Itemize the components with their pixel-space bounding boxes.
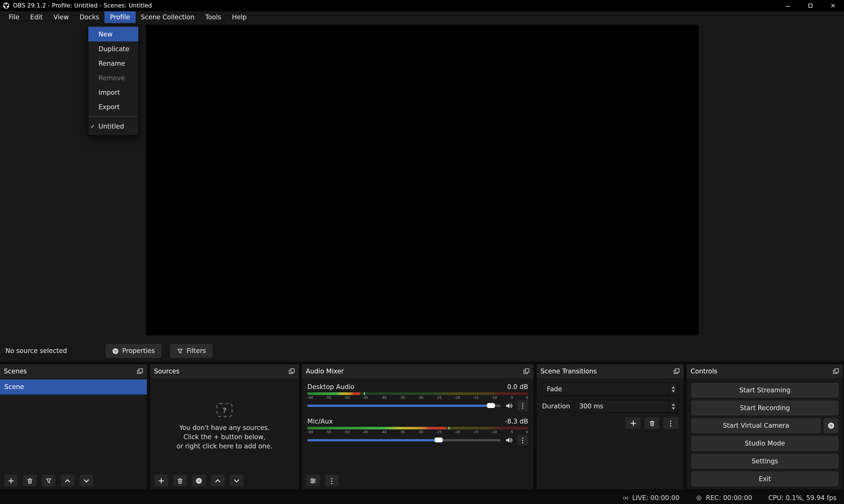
- scenes-dock: Scenes Scene: [0, 364, 147, 489]
- add-scene-button[interactable]: [4, 474, 18, 486]
- db-scale: -60-55-50-45-40-35-30-25-20-15-10-50: [307, 430, 528, 435]
- system-stats: CPU: 0.1%, 59.94 fps: [768, 494, 837, 502]
- controls-popout-button[interactable]: [833, 368, 839, 375]
- menubar: File Edit View Docks Profile Scene Colle…: [0, 11, 844, 23]
- minimize-button[interactable]: [776, 0, 799, 11]
- filters-button[interactable]: Filters: [170, 344, 212, 358]
- profile-menu-duplicate[interactable]: Duplicate: [88, 41, 139, 56]
- source-properties-button[interactable]: [192, 474, 205, 486]
- docks-row: Scenes Scene Sources: [0, 362, 844, 491]
- profile-menu-import[interactable]: Import: [88, 85, 139, 100]
- remove-transition-button[interactable]: [644, 417, 660, 429]
- trash-icon: [648, 419, 656, 427]
- filter-icon: [176, 347, 183, 354]
- duration-spinbox[interactable]: 300 ms: [574, 400, 678, 413]
- scenes-dock-body: Scene: [0, 378, 147, 489]
- start-virtual-camera-button[interactable]: Start Virtual Camera: [691, 418, 821, 433]
- popout-icon: [674, 368, 680, 375]
- transitions-body: Fade Duration 300 ms: [537, 378, 683, 489]
- slider-handle[interactable]: [435, 438, 443, 443]
- start-streaming-button[interactable]: Start Streaming: [691, 383, 839, 398]
- window-controls: [776, 0, 844, 11]
- duration-spinner[interactable]: [668, 400, 678, 412]
- volume-slider[interactable]: [307, 401, 501, 411]
- move-source-down-button[interactable]: [230, 474, 243, 486]
- statusbar: LIVE: 00:00:00 REC: 00:00:00 CPU: 0.1%, …: [0, 491, 844, 504]
- channel-options-button[interactable]: ⋮: [517, 435, 528, 446]
- scene-list-item[interactable]: Scene: [0, 379, 147, 395]
- exit-button[interactable]: Exit: [691, 471, 839, 487]
- menu-file[interactable]: File: [3, 11, 25, 23]
- audio-mixer-body: Desktop Audio 0.0 dB -60-55-50-45-40-35-…: [302, 378, 534, 489]
- start-recording-button[interactable]: Start Recording: [691, 400, 839, 416]
- obs-window: OBS 29.1.2 - Profile: Untitled - Scenes:…: [0, 0, 844, 504]
- advanced-audio-button[interactable]: [306, 474, 320, 486]
- scene-filters-button[interactable]: [42, 474, 55, 486]
- titlebar: OBS 29.1.2 - Profile: Untitled - Scenes:…: [0, 0, 844, 11]
- mixer-options-button[interactable]: ⋮: [325, 474, 339, 486]
- virtual-camera-settings-button[interactable]: [824, 418, 839, 433]
- settings-button[interactable]: Settings: [691, 454, 839, 469]
- sources-dock-title: Sources: [154, 367, 179, 375]
- duration-label: Duration: [542, 402, 570, 410]
- dots-icon: ⋮: [667, 419, 674, 427]
- profile-menu-export[interactable]: Export: [88, 100, 139, 114]
- move-scene-down-button[interactable]: [79, 474, 93, 486]
- empty-text-line: or right click here to add one.: [177, 442, 272, 451]
- menu-profile[interactable]: Profile: [105, 11, 136, 23]
- menu-docks[interactable]: Docks: [74, 11, 104, 23]
- menu-scene-collection[interactable]: Scene Collection: [136, 11, 200, 23]
- profile-menu-new[interactable]: New: [88, 27, 139, 41]
- menu-help[interactable]: Help: [227, 11, 252, 23]
- dots-icon: ⋮: [328, 477, 336, 484]
- mixer-popout-button[interactable]: [523, 368, 529, 375]
- remove-scene-button[interactable]: [23, 474, 36, 486]
- chevron-up-icon: [64, 477, 71, 484]
- maximize-icon: [807, 3, 813, 8]
- profile-menu-rename[interactable]: Rename: [88, 56, 139, 71]
- speaker-icon: [505, 436, 513, 444]
- move-source-up-button[interactable]: [211, 474, 225, 486]
- menu-tools[interactable]: Tools: [200, 11, 227, 23]
- plus-icon: [629, 419, 636, 427]
- menu-view[interactable]: View: [48, 11, 74, 23]
- remove-source-button[interactable]: [173, 474, 187, 486]
- mute-button[interactable]: [505, 436, 513, 444]
- profile-menu-untitled[interactable]: ✓ Untitled: [88, 119, 139, 133]
- sources-popout-button[interactable]: [288, 368, 295, 375]
- live-status: LIVE: 00:00:00: [622, 494, 679, 502]
- transition-value: Fade: [547, 385, 562, 393]
- menu-edit[interactable]: Edit: [25, 11, 48, 23]
- transitions-popout-button[interactable]: [674, 368, 680, 375]
- scenes-dock-header: Scenes: [0, 364, 147, 378]
- channel-name: Desktop Audio: [307, 383, 354, 390]
- mixer-toolbar: ⋮: [302, 472, 534, 489]
- volume-slider[interactable]: [307, 435, 501, 445]
- preview-canvas[interactable]: [146, 25, 698, 336]
- popout-icon: [137, 368, 143, 375]
- transition-select[interactable]: Fade: [542, 383, 678, 396]
- add-source-button[interactable]: [155, 474, 168, 486]
- add-transition-button[interactable]: [626, 417, 641, 429]
- move-scene-up-button[interactable]: [61, 474, 74, 486]
- close-button[interactable]: [821, 0, 844, 11]
- db-scale: -60-55-50-45-40-35-30-25-20-15-10-50: [307, 395, 528, 400]
- plus-icon: [7, 477, 15, 484]
- scenes-popout-button[interactable]: [137, 368, 143, 375]
- empty-text-line: You don't have any sources.: [179, 424, 270, 433]
- mute-button[interactable]: [505, 402, 513, 410]
- transitions-title: Scene Transitions: [540, 367, 597, 375]
- transitions-header: Scene Transitions: [537, 364, 683, 378]
- sources-dock-body[interactable]: ? You don't have any sources. Click the …: [150, 378, 299, 489]
- window-title: OBS 29.1.2 - Profile: Untitled - Scenes:…: [13, 2, 152, 9]
- select-spinner[interactable]: [668, 383, 678, 395]
- channel-options-button[interactable]: ⋮: [517, 400, 528, 411]
- dots-icon: ⋮: [520, 402, 526, 410]
- properties-button[interactable]: Properties: [106, 344, 161, 358]
- maximize-button[interactable]: [799, 0, 821, 11]
- slider-handle[interactable]: [487, 403, 495, 408]
- filter-icon: [45, 477, 52, 484]
- scene-transitions-dock: Scene Transitions Fade Duration 300 ms: [537, 364, 683, 489]
- transition-options-button[interactable]: ⋮: [663, 417, 678, 429]
- studio-mode-button[interactable]: Studio Mode: [691, 436, 839, 451]
